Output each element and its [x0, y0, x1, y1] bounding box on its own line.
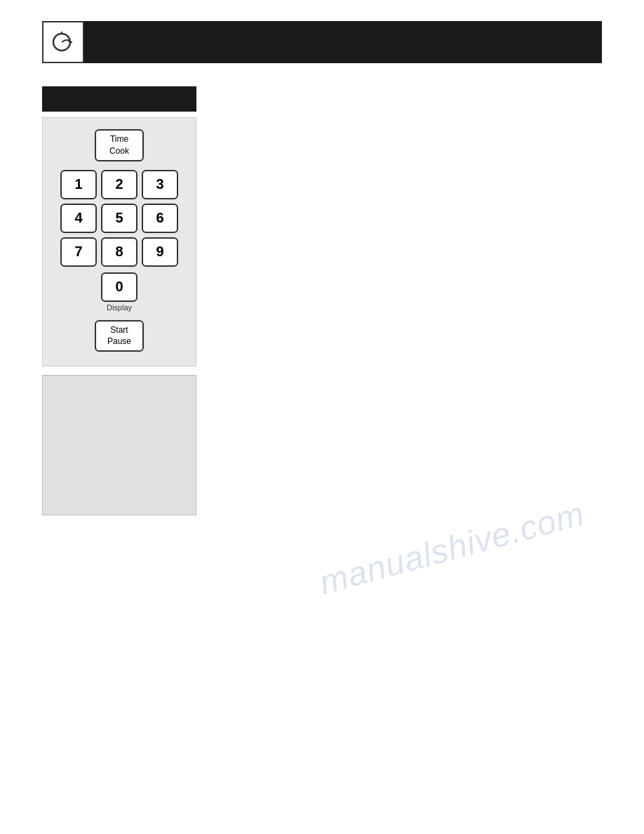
- watermark: manualshive.com: [315, 494, 588, 602]
- header-icon-box: [42, 21, 84, 63]
- key-8[interactable]: 8: [101, 237, 137, 267]
- key-0[interactable]: 0: [101, 272, 137, 302]
- lower-panel: [42, 375, 196, 515]
- key-3[interactable]: 3: [142, 170, 178, 199]
- key-9[interactable]: 9: [142, 237, 178, 267]
- key-4[interactable]: 4: [60, 204, 97, 233]
- header: [42, 21, 602, 63]
- zero-row: 0 Display: [101, 272, 137, 312]
- time-cook-line2: Cook: [109, 146, 129, 156]
- key-7[interactable]: 7: [60, 237, 97, 267]
- display-label: Display: [107, 303, 132, 312]
- header-icon: [49, 28, 77, 56]
- key-1[interactable]: 1: [60, 170, 97, 199]
- pause-label: Pause: [107, 336, 131, 346]
- start-label: Start: [110, 325, 128, 335]
- time-cook-button[interactable]: Time Cook: [95, 129, 144, 161]
- key-5[interactable]: 5: [101, 204, 137, 233]
- keypad-panel: Time Cook 1 2 3 4 5 6 7 8 9 0 Display St…: [42, 117, 196, 366]
- key-2[interactable]: 2: [101, 170, 137, 199]
- header-title-bar: [84, 21, 602, 63]
- time-cook-line1: Time: [110, 134, 128, 144]
- keypad-grid: 1 2 3 4 5 6 7 8 9: [60, 170, 178, 267]
- section-title-bar: [42, 86, 196, 112]
- start-pause-button[interactable]: Start Pause: [95, 320, 144, 352]
- key-6[interactable]: 6: [142, 204, 178, 233]
